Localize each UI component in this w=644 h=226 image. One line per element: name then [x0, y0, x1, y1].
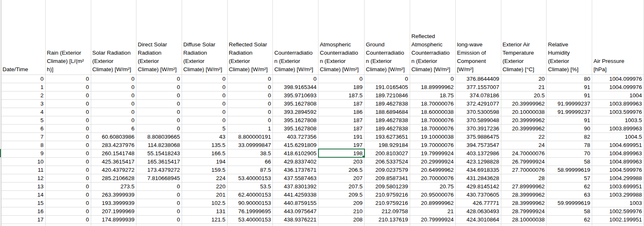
- cell[interactable]: 0: [182, 83, 228, 91]
- cell[interactable]: 420.4379272: [91, 166, 136, 174]
- cell[interactable]: 28.39999962: [501, 199, 547, 207]
- column-header[interactable]: Date/Time: [1, 0, 46, 75]
- cell[interactable]: 159.5: [182, 166, 228, 174]
- cell[interactable]: 5: [1, 116, 46, 124]
- cell[interactable]: 191: [318, 132, 365, 141]
- cell[interactable]: 121.5: [182, 215, 228, 224]
- cell[interactable]: 0: [46, 91, 91, 99]
- cell[interactable]: 403.1372986: [455, 149, 501, 157]
- cell[interactable]: 423.1298828: [455, 157, 501, 166]
- cell[interactable]: 27.70000076: [501, 166, 547, 174]
- cell[interactable]: 0: [46, 207, 91, 215]
- cell[interactable]: 0: [46, 174, 91, 182]
- cell[interactable]: 426.77771: [455, 199, 501, 207]
- cell[interactable]: 8: [1, 141, 46, 149]
- cell[interactable]: 22: [501, 132, 547, 141]
- column-header[interactable]: Reflected Atmospheric Counterradiatio n …: [410, 0, 456, 75]
- cell[interactable]: 87.5: [227, 166, 273, 174]
- cell[interactable]: 24.70000076: [501, 149, 547, 157]
- cell[interactable]: 20.29999924: [410, 157, 456, 166]
- cell[interactable]: 28.10000038: [501, 215, 547, 224]
- cell[interactable]: 1004.5: [592, 132, 644, 141]
- cell[interactable]: 0: [227, 108, 273, 116]
- cell[interactable]: 0: [46, 182, 91, 190]
- cell[interactable]: 19.70000076: [410, 141, 456, 149]
- cell[interactable]: 18.60000038: [410, 108, 456, 116]
- cell[interactable]: 1: [227, 124, 273, 132]
- cell[interactable]: 0: [227, 75, 273, 83]
- cell[interactable]: 434.6918335: [455, 166, 501, 174]
- cell[interactable]: 403.727356: [273, 132, 318, 141]
- cell[interactable]: 1004.599976: [592, 166, 644, 174]
- highlighted-cell[interactable]: 210.9759216: [365, 190, 410, 199]
- cell[interactable]: 0: [91, 99, 136, 108]
- cell[interactable]: 10: [1, 157, 46, 166]
- cell[interactable]: 9: [1, 149, 46, 157]
- cell[interactable]: 203: [318, 157, 365, 166]
- cell[interactable]: 91: [547, 116, 592, 124]
- column-header[interactable]: Rain (Exterior Climate) [L/(m² h)]: [46, 0, 91, 75]
- cell[interactable]: 0: [318, 75, 365, 83]
- cell[interactable]: 0: [182, 108, 228, 116]
- cell[interactable]: 18.75: [410, 91, 456, 99]
- cell[interactable]: 429.8337402: [273, 157, 318, 166]
- cell[interactable]: 0: [227, 83, 273, 91]
- cell[interactable]: 395.9710693: [273, 91, 318, 99]
- cell[interactable]: 0: [46, 224, 91, 226]
- cell[interactable]: 20.54999924: [410, 224, 456, 226]
- cell[interactable]: 0: [410, 75, 456, 83]
- column-header[interactable]: Counterradiatio n (Exterior Climate) [W/…: [273, 0, 318, 75]
- cell[interactable]: 165.3615417: [136, 157, 182, 166]
- cell[interactable]: 210.9759216: [365, 199, 410, 207]
- cell[interactable]: 0: [136, 207, 182, 215]
- cell[interactable]: 0: [182, 75, 228, 83]
- cell[interactable]: 374.078186: [455, 91, 501, 99]
- column-header[interactable]: Relative Humidity (Exterior Climate) [%]: [547, 0, 592, 75]
- cell[interactable]: 18.70000076: [410, 116, 456, 124]
- cell[interactable]: 53.5: [227, 182, 273, 190]
- cell[interactable]: 0: [91, 116, 136, 124]
- cell[interactable]: 260.1541748: [91, 149, 136, 157]
- cell[interactable]: 273.5: [91, 182, 136, 190]
- cell[interactable]: 59.99999619: [547, 199, 592, 207]
- cell[interactable]: 206.5337524: [365, 157, 410, 166]
- cell[interactable]: 78: [547, 141, 592, 149]
- cell[interactable]: 224: [182, 174, 228, 182]
- column-header[interactable]: Air Pressure [hPa]: [592, 0, 644, 75]
- cell[interactable]: 0: [136, 108, 182, 116]
- cell[interactable]: 187: [318, 124, 365, 132]
- column-header[interactable]: Direct Solar Radiation (Exterior Climate…: [136, 0, 182, 75]
- cell[interactable]: 370.5300598: [455, 108, 501, 116]
- cell[interactable]: 0: [46, 141, 91, 149]
- cell[interactable]: 0: [136, 182, 182, 190]
- cell[interactable]: 424.3010864: [455, 215, 501, 224]
- cell[interactable]: 53.59999847: [91, 224, 136, 226]
- cell[interactable]: 209: [318, 199, 365, 207]
- cell[interactable]: 0: [46, 83, 91, 91]
- cell[interactable]: 200.8103027: [365, 149, 410, 157]
- cell[interactable]: 21: [501, 83, 547, 91]
- cell[interactable]: 16: [1, 207, 46, 215]
- cell[interactable]: 28.39999962: [501, 190, 547, 199]
- cell[interactable]: 166.5: [182, 149, 228, 157]
- cell[interactable]: 428.0630493: [455, 207, 501, 215]
- cell[interactable]: 283.4237976: [91, 141, 136, 149]
- cell[interactable]: 0: [91, 83, 136, 91]
- cell[interactable]: 206.5: [318, 166, 365, 174]
- cell[interactable]: 0: [182, 99, 228, 108]
- cell[interactable]: 370.3917236: [455, 124, 501, 132]
- cell[interactable]: 102.5: [182, 199, 228, 207]
- cell[interactable]: 58.99999619: [547, 166, 592, 174]
- cell[interactable]: 1: [1, 83, 46, 91]
- cell[interactable]: 198.929184: [365, 141, 410, 149]
- cell[interactable]: 395.1627808: [273, 99, 318, 108]
- cell[interactable]: 20.79999924: [410, 215, 456, 224]
- cell[interactable]: 1003.899963: [592, 124, 644, 132]
- cell[interactable]: 14: [1, 190, 46, 199]
- cell[interactable]: 205.5: [318, 224, 365, 226]
- cell[interactable]: 135.5: [182, 141, 228, 149]
- cell[interactable]: 60.60803986: [91, 132, 136, 141]
- cell[interactable]: 4: [1, 108, 46, 116]
- cell[interactable]: 0: [46, 108, 91, 116]
- cell[interactable]: 63: [547, 190, 592, 199]
